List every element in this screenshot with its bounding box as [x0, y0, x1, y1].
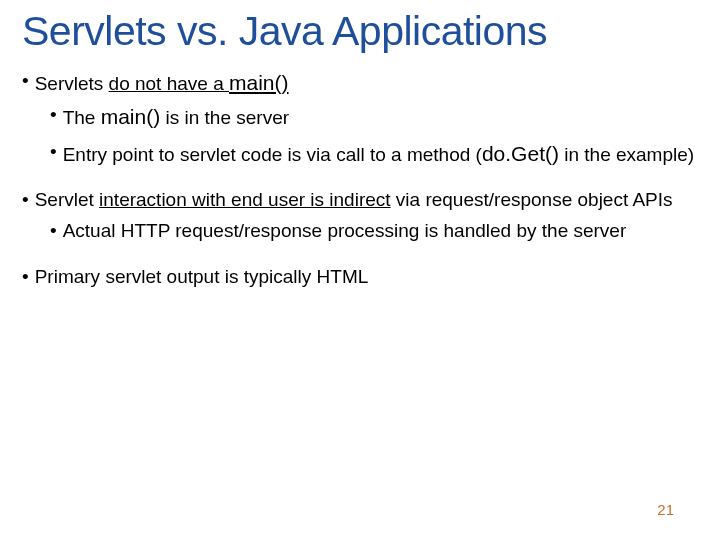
bullet-dot: •: [22, 69, 35, 97]
bullet-dot: •: [22, 188, 35, 213]
bullet-text: Servlet interaction with end user is ind…: [35, 188, 698, 213]
slide-content: • Servlets do not have a main() • The ma…: [22, 69, 698, 290]
text-code: do.Get(): [482, 142, 559, 165]
bullet-2: • Servlet interaction with end user is i…: [22, 188, 698, 213]
bullet-1-2: • Entry point to servlet code is via cal…: [50, 140, 698, 168]
text-part: Servlets: [35, 73, 109, 94]
bullet-text: Primary servlet output is typically HTML: [35, 265, 698, 290]
bullet-3: • Primary servlet output is typically HT…: [22, 265, 698, 290]
bullet-text: Servlets do not have a main(): [35, 69, 698, 97]
bullet-1-1: • The main() is in the server: [50, 103, 698, 131]
text-part: in the example): [559, 144, 694, 165]
slide-title: Servlets vs. Java Applications: [22, 8, 698, 55]
bullet-dot: •: [50, 140, 63, 168]
text-underline: do not have a: [109, 73, 229, 94]
text-underline: interaction with end user is indirect: [99, 189, 390, 210]
text-code: main(): [101, 105, 161, 128]
bullet-text: Entry point to servlet code is via call …: [63, 140, 698, 168]
bullet-dot: •: [50, 103, 63, 131]
bullet-dot: •: [50, 219, 63, 244]
slide: Servlets vs. Java Applications • Servlet…: [0, 0, 720, 290]
bullet-dot: •: [22, 265, 35, 290]
text-code: main(): [229, 71, 289, 94]
bullet-2-1: • Actual HTTP request/response processin…: [50, 219, 698, 244]
text-part: Servlet: [35, 189, 99, 210]
text-part: Entry point to servlet code is via call …: [63, 144, 482, 165]
text-part: The: [63, 107, 101, 128]
bullet-text: The main() is in the server: [63, 103, 698, 131]
text-part: is in the server: [160, 107, 289, 128]
bullet-1: • Servlets do not have a main(): [22, 69, 698, 97]
text-part: via request/response object APIs: [391, 189, 673, 210]
bullet-text: Actual HTTP request/response processing …: [63, 219, 698, 244]
page-number: 21: [657, 501, 674, 518]
